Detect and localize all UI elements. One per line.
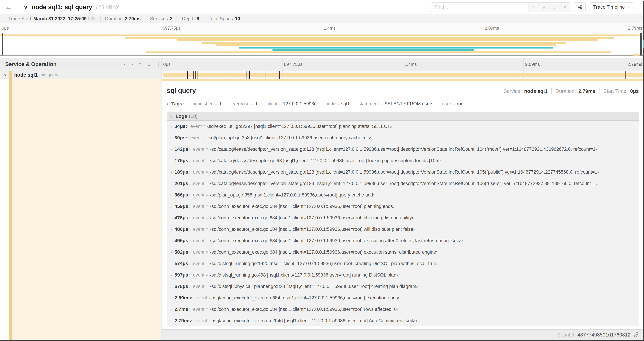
minimap-span-bar [216,44,556,46]
log-entry-row[interactable]: › 2.79ms: event = ‹sql/conn_executor_exe… [167,315,639,326]
find-prev-button[interactable]: ∧ [539,3,549,12]
log-field-key: event [193,249,204,255]
expand-log-chevron-icon: › [170,307,172,312]
trace-title: node sql1: sql query [32,4,92,11]
log-field-value: ‹sql/catalog/lease/descriptor_version_st… [210,169,599,175]
chevron-down-icon: ∨ [627,5,630,9]
minimap-left-scrubber[interactable] [2,33,3,56]
service-color-stripe [9,79,12,340]
find-group: ⌖ ∧ ∨ ✕ [431,2,570,12]
log-field-key: event [193,238,204,243]
log-field-value: ‹sql/distsql_physical_planner.go:828 [ns… [210,284,418,289]
find-next-button[interactable]: ∨ [549,3,560,12]
locate-icon: ⌖ [532,5,535,10]
log-timestamp: 34μs: [174,124,187,129]
logs-header[interactable]: ∨ Logs (18) [167,112,639,121]
log-entry-row[interactable]: › 597μs: event = ‹sql/distsql_running.go… [167,269,639,281]
log-marker [280,71,280,79]
detail-title-row: sql query Service: node sql1 Duration: 2… [167,87,639,94]
span-timeline-cell[interactable] [162,71,644,79]
log-entry-row[interactable]: › 459μs: event = ‹sql/conn_executor_exec… [167,201,639,212]
log-field-key: event [193,169,204,175]
expand-all-icon[interactable]: » [148,62,150,67]
log-field-key: event [196,318,207,323]
log-timestamp: 80μs: [174,135,187,141]
log-entry-row[interactable]: › 80μs: event = ‹sql/plan_opt.go:358 [ns… [167,132,639,143]
find-input[interactable] [431,3,528,12]
log-entry-row[interactable]: › 142μs: event = ‹sql/catalog/lease/desc… [167,143,639,155]
log-field-value: ‹sql/plan_opt.go:358 [nsql1,client=127.0… [210,192,375,198]
keyboard-shortcuts-button[interactable]: ⌘ [574,2,586,12]
expand-log-chevron-icon: › [170,284,172,289]
trace-stats-bar: Trace Start March 31 2022, 17:25:09 .326… [0,14,644,23]
collapse-header-chevron-icon[interactable]: ∨ [24,4,28,11]
log-timestamp: 2.69ms: [174,295,192,301]
span-color-accent [162,79,644,81]
log-field-key: event [193,227,204,232]
minimap-right-scrubber[interactable] [640,33,642,56]
log-entry-row[interactable]: › 366μs: event = ‹sql/plan_opt.go:358 [n… [167,189,639,201]
log-field-key: event [196,295,207,301]
span-row[interactable]: ∨ node sql1 sql query [0,71,644,79]
span-operation-title: sql query [167,87,500,94]
collapse-all-icon[interactable]: » [138,63,143,66]
log-entry-row[interactable]: › 574μs: event = ‹sql/distsql_running.go… [167,258,639,269]
log-entry-row[interactable]: › 476μs: event = ‹sql/conn_executor_exec… [167,212,639,223]
find-locate-button[interactable]: ⌖ [528,3,539,12]
log-entry-row[interactable]: › 176μs: event = ‹sql/catalog/descs/desc… [167,155,639,166]
span-duration-bar[interactable] [163,73,642,77]
log-marker [196,71,196,79]
tag-item: node=sql1 [321,101,354,107]
log-timestamp: 495μs: [174,238,190,243]
find-clear-button[interactable]: ✕ [560,3,570,12]
log-entry-row[interactable]: › 2.69ms: event = ‹sql/conn_executor_exe… [167,292,639,303]
log-entry-row[interactable]: › 495μs: event = ‹sql/conn_executor_exec… [167,235,639,246]
logs-count: (18) [189,114,198,119]
log-timestamp: 597μs: [174,272,190,278]
span-name-cell[interactable]: ∨ node sql1 sql query [0,71,162,79]
log-marker [249,71,250,79]
expand-log-chevron-icon: › [170,261,172,266]
log-timestamp: 486μs: [174,226,190,232]
log-field-key: event [193,181,204,186]
log-timestamp: 502μs: [174,249,190,255]
tag-item: statement=SELECT * FROM users [354,101,438,107]
expand-log-chevron-icon: › [170,124,172,129]
column-resizer[interactable] [157,62,159,67]
deep-link-icon[interactable] [633,332,639,338]
log-field-value: ‹sql/conn_executor_exec.go:684 [nsql1,cl… [210,249,438,255]
log-field-value: ‹sql/plan_opt.go:358 [nsql1,client=127.0… [207,135,374,141]
log-entry-row[interactable]: › 2.7ms: event = ‹sql/conn_executor_exec… [167,303,639,315]
log-timestamp: 201μs: [174,181,190,186]
collapse-children-chevron-icon[interactable]: ∨ [4,73,9,77]
log-entry-row[interactable]: › 201μs: event = ‹sql/catalog/lease/desc… [167,178,639,189]
log-marker [226,71,226,79]
minimap-span-bar [633,54,640,56]
log-field-key: event [193,147,204,152]
trace-minimap[interactable] [0,33,644,56]
log-timestamp: 176μs: [174,158,190,163]
minimap-span-bar [125,37,614,39]
view-selector-label: Trace Timeline [593,4,625,10]
collapse-one-icon[interactable]: › [122,63,127,65]
tags-list: _unfinished=1 _verbose=1 client=127.0.0.… [186,101,469,107]
selected-row-tint [12,79,161,340]
tags-row[interactable]: › Tags: _unfinished=1 _verbose=1 client=… [167,101,639,109]
log-field-value: ‹sql/conn_executor_exec.go:684 [nsql1,cl… [210,238,463,243]
back-button[interactable]: ← [0,0,17,14]
log-entry-row[interactable]: › 34μs: event = ‹sql/exec_util.go:2297 [… [167,121,639,132]
view-selector-button[interactable]: Trace Timeline ∨ [589,2,634,12]
log-entry-row[interactable]: › 678μs: event = ‹sql/distsql_physical_p… [167,281,639,292]
log-entry-row[interactable]: › 486μs: event = ‹sql/conn_executor_exec… [167,223,639,235]
log-entry-row[interactable]: › 189μs: event = ‹sql/catalog/lease/desc… [167,166,639,178]
tag-item: client=127.0.0.1:59936 [262,101,321,107]
stat-item: Services 2 [146,16,178,22]
tags-label: Tags: [172,101,184,107]
expand-log-chevron-icon: › [170,238,172,243]
log-entry-row[interactable]: › 502μs: event = ‹sql/conn_executor_exec… [167,246,639,258]
tag-item: user=root [438,101,469,107]
expand-log-chevron-icon: › [170,250,172,255]
minimap-span-bar [0,35,640,36]
log-field-key: event [193,272,204,278]
expand-one-icon[interactable]: › [132,62,133,67]
